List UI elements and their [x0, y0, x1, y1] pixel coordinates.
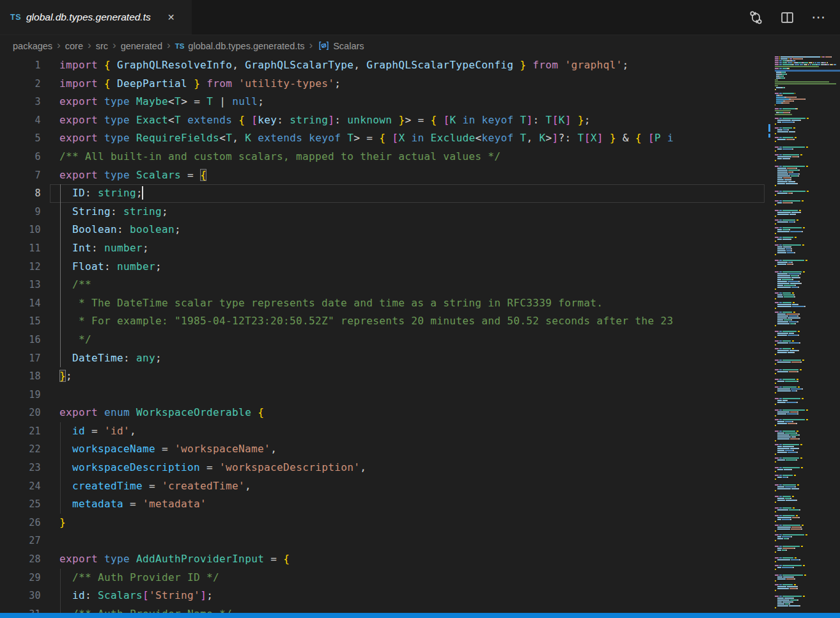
- line-number: 25: [0, 495, 50, 514]
- code-line-content[interactable]: Float: number;: [50, 258, 765, 276]
- code-line-content[interactable]: Boolean: boolean;: [50, 221, 765, 239]
- code-line-content[interactable]: */: [50, 331, 765, 349]
- line-number: 15: [0, 312, 50, 331]
- code-line-content[interactable]: * For example: "1985-04-12T23:20:50.52Z"…: [50, 312, 765, 331]
- code-line-content[interactable]: workspaceDescription = 'workspaceDescrip…: [50, 459, 765, 477]
- code-line[interactable]: 17 DateTime: any;: [0, 349, 765, 368]
- code-line[interactable]: 15 * For example: "1985-04-12T23:20:50.5…: [0, 312, 765, 331]
- line-number: 19: [0, 386, 50, 404]
- code-line-content[interactable]: /**: [50, 276, 765, 294]
- line-number: 21: [0, 422, 50, 441]
- code-line[interactable]: 21 id = 'id',: [0, 422, 765, 441]
- line-number: 4: [0, 111, 50, 130]
- minimap[interactable]: [775, 56, 840, 613]
- line-number: 12: [0, 258, 50, 276]
- code-line[interactable]: 6/** All built-in and custom scalars, ma…: [0, 148, 765, 166]
- code-line-content[interactable]: DateTime: any;: [50, 349, 765, 368]
- breadcrumb-item-core[interactable]: core: [65, 41, 83, 51]
- breadcrumb-item-packages[interactable]: packages: [13, 41, 52, 51]
- code-line[interactable]: 14 * The DateTime scalar type represents…: [0, 294, 765, 313]
- tab-bar-spacer: [192, 0, 749, 35]
- line-number: 26: [0, 514, 50, 532]
- code-line[interactable]: 12 Float: number;: [0, 258, 765, 276]
- code-line[interactable]: 1import { GraphQLResolveInfo, GraphQLSca…: [0, 56, 765, 75]
- code-line-content[interactable]: export type RequireFields<T, K extends k…: [50, 129, 765, 148]
- code-line[interactable]: 28export type AddAuthProviderInput = {: [0, 550, 765, 569]
- line-number: 20: [0, 404, 50, 422]
- code-line-content[interactable]: /** Auth Provider ID */: [50, 569, 765, 587]
- code-line[interactable]: 8 ID: string;: [0, 184, 765, 203]
- breadcrumb-item-symbol[interactable]: Scalars: [333, 41, 364, 51]
- code-line[interactable]: 22 workspaceName = 'workspaceName',: [0, 440, 765, 459]
- line-number: 6: [0, 148, 50, 166]
- symbol-type-icon: [318, 40, 329, 51]
- code-line-content[interactable]: id = 'id',: [50, 422, 765, 441]
- code-line-content[interactable]: export enum WorkspaceOrderable {: [50, 404, 765, 422]
- line-number: 11: [0, 239, 50, 258]
- code-line-content[interactable]: import { GraphQLResolveInfo, GraphQLScal…: [50, 56, 765, 75]
- breadcrumb-item-src[interactable]: src: [96, 41, 108, 51]
- code-line-content[interactable]: id: Scalars['String'];: [50, 587, 765, 605]
- line-number: 27: [0, 532, 50, 550]
- editor-actions: ⋯: [749, 0, 840, 35]
- chevron-right-icon: ›: [167, 39, 171, 52]
- overview-ruler-marker: [768, 124, 770, 132]
- code-line[interactable]: 18};: [0, 367, 765, 386]
- code-line-content[interactable]: ID: string;: [50, 184, 765, 203]
- close-icon[interactable]: ✕: [165, 11, 178, 24]
- code-line[interactable]: 26}: [0, 514, 765, 532]
- line-number: 7: [0, 166, 50, 185]
- code-line[interactable]: 16 */: [0, 331, 765, 349]
- code-line[interactable]: 29 /** Auth Provider ID */: [0, 569, 765, 587]
- code-line-content[interactable]: metadata = 'metadata': [50, 495, 765, 514]
- code-line-content[interactable]: [50, 532, 765, 550]
- code-line-content[interactable]: /** All built-in and custom scalars, map…: [50, 148, 765, 166]
- line-number: 28: [0, 550, 50, 569]
- line-number: 18: [0, 367, 50, 386]
- code-line-content[interactable]: * The DateTime scalar type represents da…: [50, 294, 765, 313]
- code-line-content[interactable]: createdTime = 'createdTime',: [50, 477, 765, 496]
- code-line-content[interactable]: }: [50, 514, 765, 532]
- code-line[interactable]: 27: [0, 532, 765, 550]
- scrollbar[interactable]: [765, 56, 775, 618]
- code-line[interactable]: 4export type Exact<T extends { [key: str…: [0, 111, 765, 130]
- line-number: 5: [0, 129, 50, 148]
- code-line[interactable]: 3export type Maybe<T> = T | null;: [0, 93, 765, 111]
- breadcrumb-item-generated[interactable]: generated: [121, 41, 162, 51]
- code-line-content[interactable]: export type Scalars = {: [50, 166, 765, 185]
- code-line-content[interactable]: export type Maybe<T> = T | null;: [50, 93, 765, 111]
- open-changes-icon[interactable]: [749, 10, 763, 25]
- code-line[interactable]: 20export enum WorkspaceOrderable {: [0, 404, 765, 422]
- code-line[interactable]: 19: [0, 386, 765, 404]
- code-line[interactable]: 2import { DeepPartial } from 'utility-ty…: [0, 75, 765, 93]
- code-line[interactable]: 24 createdTime = 'createdTime',: [0, 477, 765, 496]
- code-line[interactable]: 7export type Scalars = {: [0, 166, 765, 185]
- code-line[interactable]: 13 /**: [0, 276, 765, 294]
- code-line[interactable]: 30 id: Scalars['String'];: [0, 587, 765, 605]
- code-line-content[interactable]: [50, 386, 765, 404]
- split-editor-icon[interactable]: [780, 10, 795, 25]
- code-line-content[interactable]: export type Exact<T extends { [key: stri…: [50, 111, 765, 130]
- minimap-current-line: [775, 70, 840, 72]
- code-line[interactable]: 10 Boolean: boolean;: [0, 221, 765, 239]
- breadcrumb-item-file[interactable]: global.db.types.generated.ts: [188, 41, 304, 51]
- code-line[interactable]: 25 metadata = 'metadata': [0, 495, 765, 514]
- chevron-right-icon: ›: [57, 39, 61, 52]
- code-line-content[interactable]: Int: number;: [50, 239, 765, 258]
- code-line[interactable]: 11 Int: number;: [0, 239, 765, 258]
- editor-tab[interactable]: TS global.db.types.generated.ts ✕: [0, 0, 192, 35]
- line-number: 1: [0, 56, 50, 75]
- code-line-content[interactable]: String: string;: [50, 203, 765, 221]
- more-actions-icon[interactable]: ⋯: [811, 9, 826, 26]
- tab-title: global.db.types.generated.ts: [26, 12, 151, 23]
- code-line-content[interactable]: import { DeepPartial } from 'utility-typ…: [50, 75, 765, 93]
- typescript-file-icon: TS: [10, 13, 21, 22]
- code-line-content[interactable]: };: [50, 367, 765, 386]
- code-line[interactable]: 9 String: string;: [0, 203, 765, 221]
- code-editor[interactable]: 1import { GraphQLResolveInfo, GraphQLSca…: [0, 56, 765, 618]
- code-line-content[interactable]: export type AddAuthProviderInput = {: [50, 550, 765, 569]
- code-line[interactable]: 23 workspaceDescription = 'workspaceDesc…: [0, 459, 765, 477]
- code-line-content[interactable]: workspaceName = 'workspaceName',: [50, 440, 765, 459]
- line-number: 30: [0, 587, 50, 605]
- code-line[interactable]: 5export type RequireFields<T, K extends …: [0, 129, 765, 148]
